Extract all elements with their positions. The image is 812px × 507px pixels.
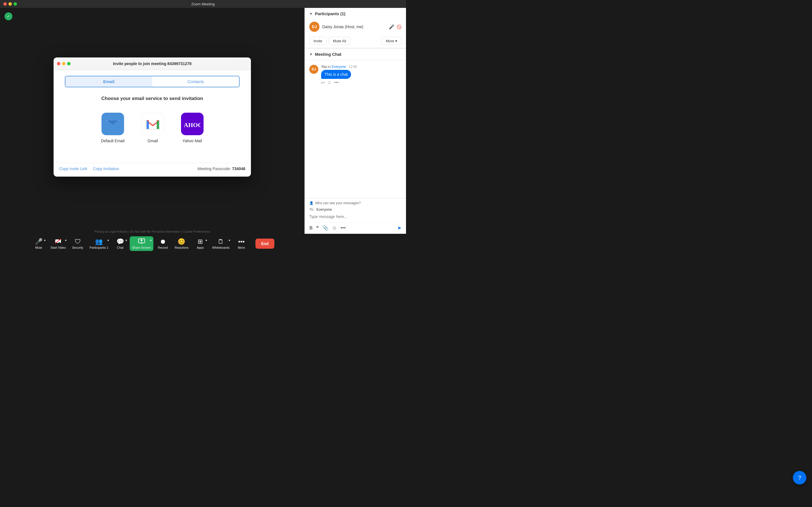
svg-text:YAHOO!: YAHOO!	[184, 121, 201, 128]
chat-to-label: To:	[309, 207, 314, 212]
participant-name: Daisy Jonas (Host, me)	[322, 24, 386, 29]
toolbar-record[interactable]: ⏺ Record	[154, 236, 171, 251]
toolbar-participants[interactable]: 👥 ▲ Participants 1	[87, 236, 111, 251]
record-icon: ⏺	[160, 238, 166, 245]
chat-collapse-icon[interactable]: ▼	[309, 52, 313, 56]
react-icon[interactable]: ☺	[327, 80, 332, 86]
email-services: Default Email	[65, 113, 240, 143]
chat-visibility: 👤 Who can see your messages?	[309, 201, 402, 205]
message-meta: You to Everyone 12:06	[321, 65, 402, 69]
email-tabs: Email Contacts	[65, 76, 240, 87]
copy-buttons: Copy Invite Link Copy Invitation	[59, 166, 119, 171]
attachment-icon[interactable]: 📎	[322, 225, 328, 231]
toolbar-reactions[interactable]: 😊 Reactions	[172, 236, 191, 251]
toolbar-start-video[interactable]: ▲ Start Video	[48, 236, 68, 251]
message-sender: You	[321, 65, 327, 69]
apps-icon: ⊞	[198, 238, 203, 245]
message-avatar: DJ	[309, 65, 318, 74]
gmail-icon	[142, 113, 164, 135]
message-to-label: to	[328, 65, 332, 69]
chat-panel: ▼ Meeting Chat DJ You to Everyone 12:06 …	[305, 48, 406, 234]
emoji-icon[interactable]: ☺	[332, 225, 337, 231]
participants-collapse-icon[interactable]: ▼	[309, 12, 313, 16]
right-sidebar: ▼ Participants (1) DJ Daisy Jonas (Host,…	[305, 8, 406, 234]
service-yahoo-mail[interactable]: YAHOO! Yahoo Mail	[181, 113, 204, 143]
service-gmail[interactable]: Gmail	[142, 113, 164, 143]
modal-minimize-button[interactable]	[62, 62, 65, 65]
more-button[interactable]: More ▾	[382, 37, 402, 45]
video-arrow-icon: ▲	[64, 238, 67, 241]
toolbar-mute[interactable]: 🎤 ▲ Mute	[30, 236, 47, 251]
modal-overlay: Invite people to join meeting 8439973127…	[0, 0, 305, 234]
invite-button[interactable]: Invite	[309, 37, 326, 45]
participants-panel: ▼ Participants (1) DJ Daisy Jonas (Host,…	[305, 8, 406, 48]
tab-email[interactable]: Email	[65, 76, 152, 87]
toolbar-whiteboards[interactable]: 🗒 ▲ Whiteboards	[210, 236, 232, 251]
format-bold-icon[interactable]: 𝐁	[309, 225, 313, 231]
participant-item: DJ Daisy Jonas (Host, me) 🎤 🚫	[305, 19, 406, 34]
share-screen-arrow-icon: ▲	[150, 238, 152, 241]
chat-messages: DJ You to Everyone 12:06 This is a chat …	[305, 60, 406, 198]
service-default-email[interactable]: Default Email	[101, 113, 124, 143]
modal-maximize-button[interactable]	[67, 62, 70, 65]
send-icon[interactable]: ➤	[397, 225, 402, 231]
toolbar: 🎤 ▲ Mute ▲ Start Video 🛡 Security 👥 ▲ Pa…	[0, 234, 305, 253]
participant-icons: 🎤 🚫	[389, 24, 402, 30]
modal-title: Invite people to join meeting 8439973127…	[113, 61, 192, 66]
modal-footer: Copy Invite Link Copy Invitation Meeting…	[54, 163, 251, 177]
chat-more-icon[interactable]: •••	[340, 225, 346, 231]
toolbar-chat[interactable]: 💬 ▲ Chat	[112, 236, 129, 251]
apps-arrow-icon: ▲	[205, 238, 208, 241]
chat-panel-header: ▼ Meeting Chat	[305, 48, 406, 60]
chat-to-value: Everyone	[316, 207, 332, 212]
modal-window-controls[interactable]	[57, 62, 70, 65]
chat-panel-title: Meeting Chat	[315, 52, 342, 57]
reactions-label: Reactions	[175, 246, 189, 249]
chat-label: Chat	[117, 246, 123, 249]
mic-muted-icon: 🎤	[389, 24, 395, 30]
email-service-title: Choose your email service to send invita…	[65, 96, 240, 101]
chat-toolbar: 𝐁 ❝ 📎 ☺ ••• ➤	[309, 222, 402, 231]
message-actions: ↩ ☺ •••	[321, 80, 402, 86]
modal-title-bar: Invite people to join meeting 8439973127…	[54, 57, 251, 70]
participants-icon: 👥	[95, 238, 103, 245]
chat-input-area: 👤 Who can see your messages? To: Everyon…	[305, 198, 406, 234]
default-email-icon	[101, 113, 124, 135]
passcode-area: Meeting Passcode: 734048	[197, 166, 245, 171]
participants-actions: Invite Mute All More ▾	[305, 34, 406, 48]
yahoo-mail-label: Yahoo Mail	[183, 138, 202, 143]
mute-icon: 🎤	[35, 238, 43, 245]
quote-icon[interactable]: ❝	[316, 225, 319, 231]
visibility-text: Who can see your messages?	[315, 201, 361, 205]
message-time: 12:06	[349, 65, 357, 69]
chat-to-row: To: Everyone	[309, 207, 402, 212]
toolbar-security[interactable]: 🛡 Security	[69, 236, 86, 251]
video-off-icon: 🚫	[397, 24, 402, 29]
message-content: You to Everyone 12:06 This is a chat ↩ ☺…	[321, 65, 402, 86]
more-icon: •••	[238, 238, 245, 245]
toolbar-more[interactable]: ••• More	[233, 236, 250, 251]
mute-label: Mute	[35, 246, 42, 249]
toolbar-share-screen[interactable]: ▲ Share Screen	[130, 236, 153, 251]
chat-input[interactable]	[309, 213, 402, 220]
video-label: Start Video	[50, 246, 66, 249]
participants-header: ▼ Participants (1)	[305, 8, 406, 19]
tab-contacts[interactable]: Contacts	[152, 76, 239, 87]
passcode-label: Meeting Passcode:	[197, 166, 231, 171]
toolbar-apps[interactable]: ⊞ ▲ Apps	[192, 236, 209, 251]
end-button[interactable]: End	[255, 238, 274, 249]
chat-icon: 💬	[116, 238, 124, 245]
reply-icon[interactable]: ↩	[321, 80, 325, 86]
message-more-icon[interactable]: •••	[334, 80, 339, 86]
copy-invitation-button[interactable]: Copy Invitation	[93, 166, 119, 171]
mute-all-button[interactable]: Mute All	[329, 37, 350, 45]
message-to-everyone: Everyone	[332, 65, 346, 69]
copy-invite-link-button[interactable]: Copy Invite Link	[59, 166, 87, 171]
mute-arrow-icon: ▲	[43, 238, 46, 241]
invite-modal: Invite people to join meeting 8439973127…	[54, 57, 251, 177]
modal-close-button[interactable]	[57, 62, 60, 65]
message-group: DJ You to Everyone 12:06 This is a chat …	[309, 65, 402, 86]
apps-label: Apps	[197, 246, 204, 249]
share-screen-label: Share Screen	[132, 246, 151, 249]
participants-title: Participants (1)	[315, 11, 402, 16]
